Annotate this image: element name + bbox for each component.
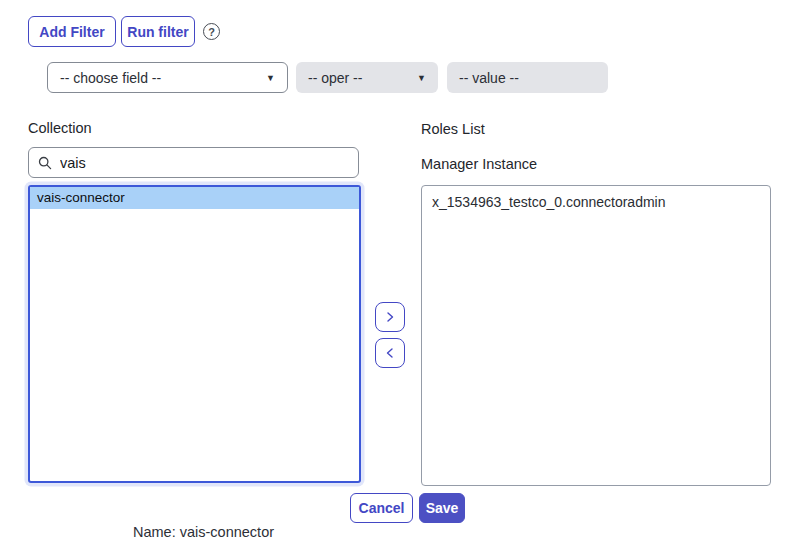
value-field[interactable]: -- value -- — [447, 62, 608, 93]
chevron-down-icon: ▼ — [417, 73, 426, 83]
magnifier-icon — [38, 156, 52, 170]
collection-list-item[interactable]: vais-connector — [30, 187, 359, 209]
field-select[interactable]: -- choose field -- ▼ — [47, 62, 288, 93]
roles-listbox[interactable]: x_1534963_testco_0.connectoradmin — [421, 185, 771, 486]
save-button[interactable]: Save — [419, 493, 465, 523]
collection-search-input[interactable] — [52, 148, 358, 177]
manager-instance-label: Manager Instance — [421, 156, 537, 172]
value-field-text: -- value -- — [459, 70, 519, 86]
collection-search — [28, 147, 359, 178]
add-filter-button[interactable]: Add Filter — [28, 16, 116, 47]
collection-label: Collection — [28, 120, 92, 136]
cancel-button[interactable]: Cancel — [350, 493, 413, 523]
chevron-right-icon — [384, 311, 396, 323]
roles-list-item[interactable]: x_1534963_testco_0.connectoradmin — [422, 186, 770, 218]
run-filter-button[interactable]: Run filter — [121, 16, 195, 47]
roles-list-label: Roles List — [421, 121, 485, 137]
operator-select[interactable]: -- oper -- ▼ — [296, 62, 438, 93]
record-name-text: Name: vais-connector — [133, 524, 274, 537]
move-left-button[interactable] — [375, 338, 405, 368]
chevron-left-icon — [384, 347, 396, 359]
field-select-value: -- choose field -- — [60, 70, 161, 86]
operator-select-value: -- oper -- — [308, 70, 362, 86]
move-right-button[interactable] — [375, 302, 405, 332]
role-filter-dialog: Add Filter Run filter ? -- choose field … — [0, 0, 793, 537]
chevron-down-icon: ▼ — [266, 73, 275, 83]
collection-listbox[interactable]: vais-connector — [28, 185, 361, 483]
help-circle-icon[interactable]: ? — [203, 23, 220, 40]
